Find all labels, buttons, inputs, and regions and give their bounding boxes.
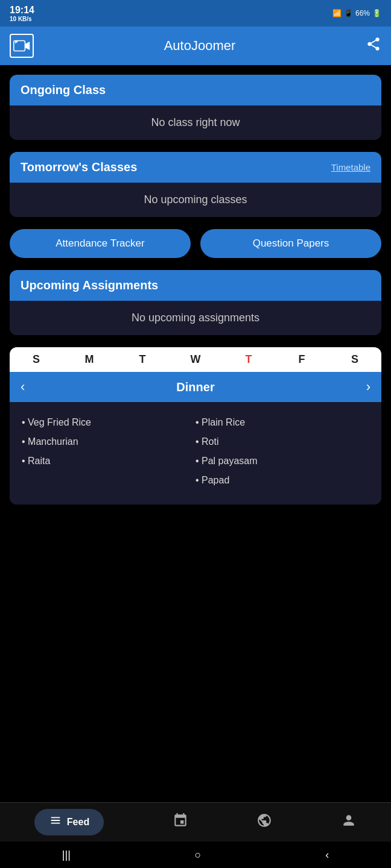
battery-text: 66% (355, 9, 370, 17)
dow-sun: S (10, 353, 63, 366)
web-icon (256, 813, 272, 832)
upcoming-assignments-body: No upcoming assignments (10, 301, 381, 335)
question-papers-button[interactable]: Question Papers (200, 229, 381, 258)
status-right: 📶 📱 66% 🔋 (332, 9, 381, 17)
app-bar: AutoJoomer (0, 27, 391, 65)
upcoming-assignments-header: Upcoming Assignments (10, 270, 381, 301)
attendance-tracker-button[interactable]: Attendance Tracker (10, 229, 191, 258)
upcoming-assignments-title: Upcoming Assignments (21, 278, 158, 292)
share-button[interactable] (366, 36, 381, 55)
meal-right-col: • Plain Rice• Roti• Pal payasam• Papad (196, 413, 369, 490)
status-bar: 19:14 10 KB/s 📶 📱 66% 🔋 (0, 0, 391, 27)
dow-wed: W (169, 353, 222, 366)
nav-timetable[interactable] (173, 813, 188, 832)
nav-profile[interactable] (341, 813, 357, 832)
battery-icon: 🔋 (372, 9, 381, 17)
tomorrow-classes-title: Tomorrow's Classes (21, 160, 137, 174)
recent-apps-button[interactable]: ||| (62, 849, 71, 861)
meal-left-item: • Raita (22, 451, 196, 471)
meal-right-item: • Papad (196, 471, 369, 490)
meal-next-button[interactable]: › (366, 379, 370, 395)
tomorrow-classes-body: No upcoming classes (10, 183, 381, 217)
meal-prev-button[interactable]: ‹ (21, 379, 25, 395)
timetable-link[interactable]: Timetable (331, 162, 370, 172)
signal-icon: 📱 (344, 9, 353, 17)
timetable-icon (173, 813, 188, 832)
status-kb: 10 KB/s (10, 16, 34, 22)
meal-right-item: • Plain Rice (196, 413, 369, 432)
status-time: 19:14 (10, 5, 34, 16)
meal-body: • Veg Fried Rice• Manchurian• Raita • Pl… (10, 402, 381, 505)
dow-fri: F (275, 353, 328, 366)
meal-right-item: • Roti (196, 432, 369, 451)
ongoing-class-body: No class right now (10, 105, 381, 140)
upcoming-assignments-card: Upcoming Assignments No upcoming assignm… (10, 270, 381, 335)
profile-icon (341, 813, 357, 832)
dow-thu[interactable]: T (222, 353, 275, 366)
meal-left-item: • Veg Fried Rice (22, 413, 196, 432)
camera-button[interactable] (10, 34, 34, 58)
meal-left-item: • Manchurian (22, 432, 196, 451)
back-button[interactable]: ‹ (325, 849, 329, 861)
status-left: 19:14 10 KB/s (10, 5, 34, 22)
meal-title: Dinner (176, 380, 214, 394)
meal-right-item: • Pal payasam (196, 451, 369, 471)
bottom-nav: Feed (0, 802, 391, 841)
nav-feed[interactable]: Feed (34, 809, 104, 835)
ongoing-class-title: Ongoing Class (21, 83, 106, 96)
tomorrow-classes-card: Tomorrow's Classes Timetable No upcoming… (10, 152, 381, 217)
svg-marker-1 (25, 42, 30, 50)
dow-sat: S (328, 353, 381, 366)
tomorrow-classes-header-row: Tomorrow's Classes Timetable (21, 160, 370, 174)
dow-mon: M (63, 353, 116, 366)
dow-row: S M T W T F S (10, 347, 381, 372)
main-content: Ongoing Class No class right now Tomorro… (0, 65, 391, 505)
ongoing-class-header: Ongoing Class (10, 75, 381, 105)
menu-card: S M T W T F S ‹ Dinner › • Veg Fried Ric… (10, 347, 381, 505)
wifi-icon: 📶 (332, 9, 342, 17)
ongoing-class-card: Ongoing Class No class right now (10, 75, 381, 140)
tomorrow-classes-header: Tomorrow's Classes Timetable (10, 152, 381, 183)
dow-tue: T (116, 353, 169, 366)
feed-label: Feed (67, 817, 89, 828)
camera-icon (13, 39, 30, 52)
meal-header: ‹ Dinner › (10, 372, 381, 402)
nav-web[interactable] (256, 813, 272, 832)
ongoing-class-text: No class right now (151, 116, 240, 128)
feed-icon (49, 814, 62, 831)
upcoming-assignments-text: No upcoming assignments (132, 312, 259, 324)
home-button[interactable]: ○ (195, 849, 202, 861)
app-title: AutoJoomer (164, 38, 236, 54)
tomorrow-classes-text: No upcoming classes (144, 193, 247, 206)
action-buttons-row: Attendance Tracker Question Papers (10, 229, 381, 258)
system-nav: ||| ○ ‹ (0, 841, 391, 868)
meal-left-col: • Veg Fried Rice• Manchurian• Raita (22, 413, 196, 490)
